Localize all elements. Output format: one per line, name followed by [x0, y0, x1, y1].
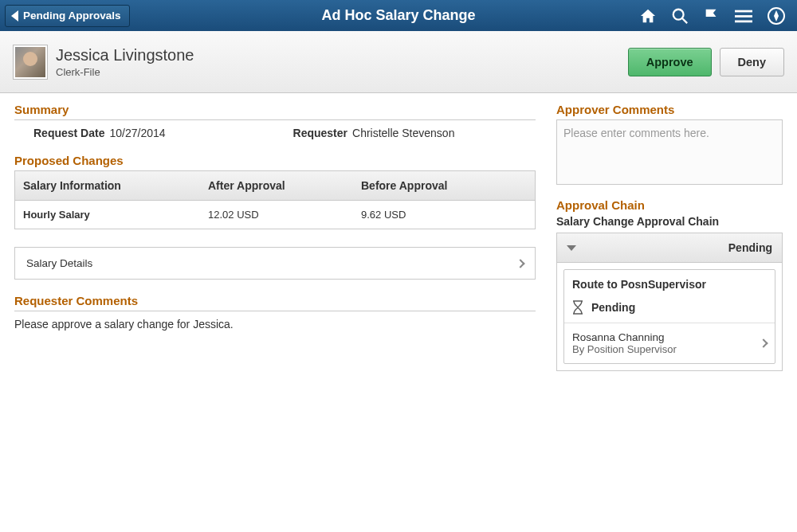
flag-icon[interactable] — [703, 7, 720, 25]
deny-button[interactable]: Deny — [720, 48, 784, 76]
approval-chain-box: Pending Route to PosnSupervisor Pending … — [556, 233, 783, 371]
header-icons — [639, 6, 797, 25]
requester-label: Requester — [293, 127, 347, 139]
salary-details-label: Salary Details — [26, 257, 92, 269]
summary-heading: Summary — [14, 103, 536, 120]
col-after: After Approval — [200, 171, 353, 200]
approval-card: Route to PosnSupervisor Pending Rosanna … — [563, 269, 775, 364]
approve-button[interactable]: Approve — [628, 48, 712, 76]
svg-rect-2 — [735, 10, 752, 12]
svg-point-0 — [673, 9, 684, 19]
requester-value: Christelle Stevenson — [352, 127, 454, 139]
summary-row: Request Date 10/27/2014 Requester Christ… — [14, 127, 536, 139]
approval-person-row[interactable]: Rosanna Channing By Position Supervisor — [564, 323, 775, 363]
menu-icon[interactable] — [735, 9, 752, 23]
row-before: 9.62 USD — [353, 201, 535, 229]
requester-pair: Requester Christelle Stevenson — [293, 127, 455, 139]
banner-actions: Approve Deny — [628, 48, 784, 76]
request-date-label: Request Date — [33, 127, 104, 139]
svg-rect-4 — [735, 20, 752, 22]
approval-chain-header-status: Pending — [728, 241, 772, 254]
approval-chain-title: Salary Change Approval Chain — [556, 215, 783, 228]
proposed-changes-heading: Proposed Changes — [14, 154, 536, 169]
approval-status-text: Pending — [591, 301, 635, 314]
salary-details-expander[interactable]: Salary Details — [14, 247, 536, 280]
approver-comments-heading: Approver Comments — [556, 103, 783, 118]
content: Summary Request Date 10/27/2014 Requeste… — [0, 93, 797, 381]
top-bar: Pending Approvals Ad Hoc Salary Change — [0, 0, 797, 31]
request-date-value: 10/27/2014 — [109, 127, 165, 139]
chevron-left-icon — [11, 10, 18, 22]
grid-header: Salary Information After Approval Before… — [15, 171, 535, 201]
approval-chain-header[interactable]: Pending — [557, 233, 782, 263]
approval-status-row: Pending — [564, 295, 775, 323]
approval-route-label: Route to PosnSupervisor — [564, 270, 775, 295]
compass-icon[interactable] — [767, 6, 786, 25]
svg-line-1 — [682, 18, 687, 22]
right-column: Approver Comments Approval Chain Salary … — [556, 103, 783, 371]
approval-chain-heading: Approval Chain — [556, 198, 783, 213]
approval-person-name: Rosanna Channing — [572, 331, 677, 343]
requester-comments-text: Please approve a salary change for Jessi… — [14, 318, 536, 331]
approver-comments-input[interactable] — [556, 119, 783, 185]
approval-chain-body: Route to PosnSupervisor Pending Rosanna … — [557, 263, 782, 370]
chevron-right-icon — [759, 338, 768, 347]
row-after: 12.02 USD — [200, 201, 353, 229]
back-label: Pending Approvals — [23, 10, 121, 22]
triangle-down-icon — [567, 245, 576, 251]
employee-name: Jessica Livingstone — [56, 46, 194, 65]
back-button[interactable]: Pending Approvals — [5, 5, 130, 27]
employee-job-title: Clerk-File — [56, 66, 194, 78]
search-icon[interactable] — [671, 7, 689, 25]
col-before: Before Approval — [353, 171, 535, 200]
approval-person-role: By Position Supervisor — [572, 343, 677, 355]
col-salary-info: Salary Information — [15, 171, 200, 200]
row-label: Hourly Salary — [15, 201, 200, 229]
request-date-pair: Request Date 10/27/2014 — [33, 127, 166, 139]
left-column: Summary Request Date 10/27/2014 Requeste… — [14, 103, 536, 371]
table-row: Hourly Salary 12.02 USD 9.62 USD — [15, 201, 535, 229]
proposed-changes-grid: Salary Information After Approval Before… — [14, 170, 536, 229]
page-title: Ad Hoc Salary Change — [321, 7, 475, 24]
home-icon[interactable] — [639, 8, 657, 24]
employee-banner: Jessica Livingstone Clerk-File Approve D… — [0, 31, 797, 93]
chevron-right-icon — [516, 259, 524, 268]
employee-meta: Jessica Livingstone Clerk-File — [56, 46, 194, 78]
requester-comments-heading: Requester Comments — [14, 294, 536, 311]
hourglass-icon — [572, 300, 583, 315]
svg-rect-3 — [735, 15, 752, 18]
avatar — [13, 45, 48, 80]
